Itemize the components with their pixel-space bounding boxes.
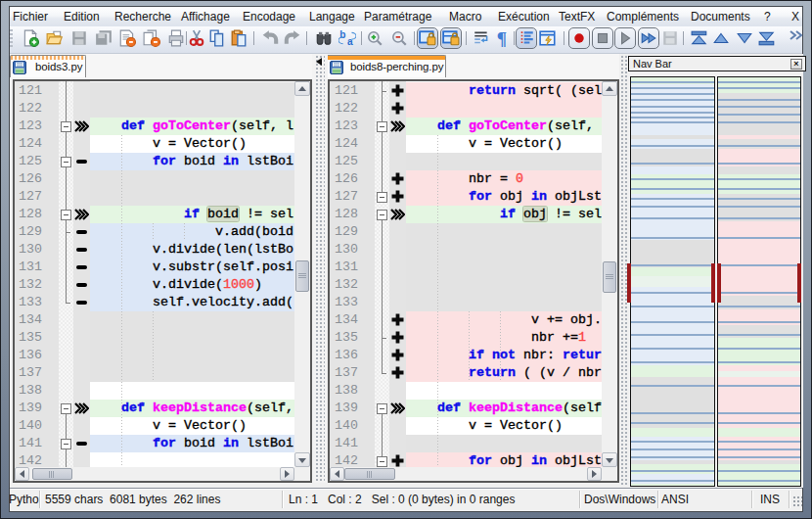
svg-text:¶: ¶ bbox=[497, 29, 507, 47]
svg-text:a: a bbox=[347, 36, 353, 47]
svg-text:b: b bbox=[339, 29, 345, 40]
